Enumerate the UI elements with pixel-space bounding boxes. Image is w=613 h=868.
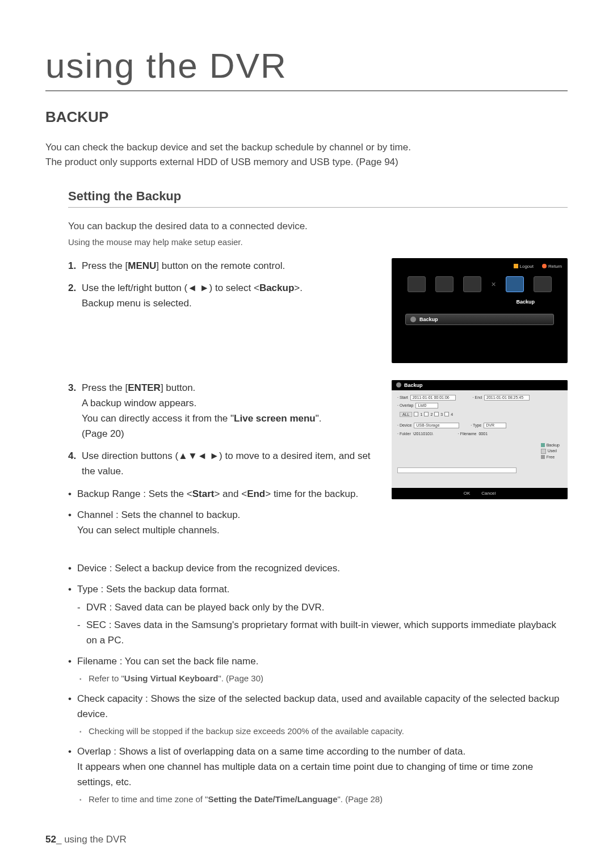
- page-number: 52: [45, 834, 56, 845]
- cancel-button[interactable]: Cancel: [481, 491, 496, 496]
- note-virtual-keyboard: Refer to "Using Virtual Keyboard". (Page…: [77, 672, 568, 685]
- legend-free: Free: [541, 454, 560, 461]
- step-number: 4.: [68, 448, 82, 479]
- bullet-device: Device : Select a backup device from the…: [68, 561, 568, 576]
- intro-line: The product only supports external HDD o…: [45, 155, 568, 170]
- device-select[interactable]: USB-Storage: [414, 423, 459, 428]
- ok-button[interactable]: OK: [464, 491, 471, 496]
- filename-label: · Filename: [458, 432, 477, 436]
- menu-icon[interactable]: [435, 276, 454, 292]
- dialog-title: Backup: [404, 382, 423, 388]
- all-button[interactable]: ALL: [400, 412, 412, 417]
- channel-checkbox[interactable]: [424, 412, 429, 416]
- sub-dvr: DVR : Saved data can be played back only…: [77, 600, 568, 615]
- channel-checkbox[interactable]: [414, 412, 418, 416]
- capacity-legend: Backup Used Free: [541, 443, 560, 461]
- screenshot-backup-menu: Logout Return × Backup Backup: [392, 258, 568, 363]
- note-capacity-limit: Checking will be stopped if the backup s…: [77, 725, 568, 738]
- subsection-title: Setting the Backup: [68, 189, 568, 208]
- bullet-check-capacity: Check capacity : Shows the size of the s…: [68, 691, 568, 738]
- logout-button[interactable]: Logout: [514, 264, 534, 269]
- start-label: · Start: [397, 395, 408, 399]
- menu-item-label: Backup: [419, 317, 438, 322]
- intro-line: You can check the backup device and set …: [45, 140, 568, 155]
- page-footer: 52_ using the DVR: [45, 834, 127, 845]
- return-button[interactable]: Return: [542, 264, 562, 269]
- channel-checkbox[interactable]: [444, 412, 449, 416]
- note: Using the mouse may help make setup easi…: [68, 237, 568, 247]
- device-label: · Device: [397, 423, 412, 427]
- step-4: 4. Use direction buttons (▲▼◄ ►) to move…: [68, 448, 375, 479]
- channel-checkbox[interactable]: [434, 412, 439, 416]
- folder-label: · Folder: [397, 432, 411, 436]
- end-input[interactable]: 2011-01-01 08:25:45: [484, 395, 530, 401]
- gear-icon: [396, 382, 401, 387]
- description: You can backup the desired data to a con…: [68, 219, 568, 234]
- dialog-header: Backup: [392, 380, 568, 390]
- step-3: 3. Press the [ENTER] button. A backup wi…: [68, 380, 375, 442]
- menu-icon[interactable]: [534, 276, 552, 292]
- step-1: 1. Press the [MENU] button on the remote…: [68, 258, 375, 273]
- sub-sec: SEC : Saves data in the Samsung's propri…: [77, 617, 568, 648]
- step-number: 1.: [68, 258, 82, 273]
- overlap-label: · Overlap: [397, 403, 413, 407]
- end-label: · End: [473, 395, 482, 399]
- step-2: 2. Use the left/right button (◄ ►) to se…: [68, 280, 375, 311]
- bullet-type: Type : Sets the backup data format. DVR …: [68, 582, 568, 648]
- bullet-filename: Filename : You can set the back file nam…: [68, 654, 568, 685]
- menu-icon[interactable]: [463, 276, 481, 292]
- menu-icon[interactable]: [408, 276, 426, 292]
- step-number: 3.: [68, 380, 82, 442]
- backup-icon-label: Backup: [516, 299, 535, 305]
- note-datetime-ref: Refer to time and time zone of "Setting …: [77, 793, 568, 806]
- folder-value: \20110101\: [413, 432, 433, 436]
- legend-backup: Backup: [541, 443, 560, 449]
- legend-used: Used: [541, 448, 560, 454]
- backup-menu-item[interactable]: Backup: [405, 314, 554, 325]
- capacity-bar: [397, 467, 517, 473]
- start-input[interactable]: 2011-01-01 00:01:06: [410, 395, 456, 401]
- bullet-backup-range: Backup Range : Sets the <Start> and <End…: [68, 486, 375, 502]
- filename-value: 0001: [478, 432, 488, 436]
- type-label: · Type: [471, 423, 481, 427]
- step-number: 2.: [68, 280, 82, 311]
- screenshot-backup-dialog: Backup · Start 2011-01-01 00:01:06 · End…: [392, 380, 568, 499]
- overlap-input[interactable]: List0: [415, 403, 438, 408]
- bullet-channel: Channel : Sets the channel to backup. Yo…: [68, 507, 375, 538]
- backup-menu-icon[interactable]: [506, 276, 524, 292]
- intro-text: You can check the backup device and set …: [45, 140, 568, 169]
- section-title: BACKUP: [45, 108, 568, 126]
- footer-text: using the DVR: [64, 834, 127, 845]
- chapter-title: using the DVR: [45, 45, 568, 91]
- separator-icon: ×: [491, 280, 496, 289]
- type-select[interactable]: DVR: [484, 423, 506, 428]
- gear-icon: [410, 317, 416, 322]
- bullet-overlap: Overlap : Shows a list of overlapping da…: [68, 744, 568, 806]
